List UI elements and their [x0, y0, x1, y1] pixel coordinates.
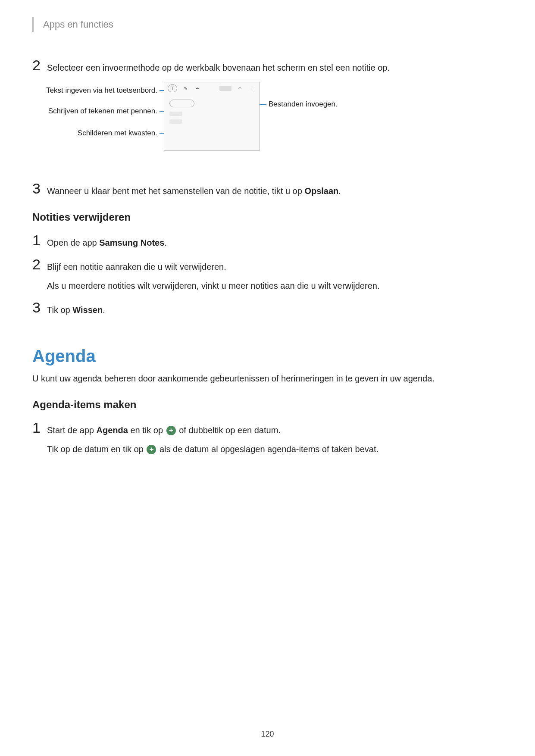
delete-step-3: 3 Tik op Wissen.: [32, 300, 503, 316]
page-header: Apps en functies: [32, 17, 503, 32]
bold-text: Opslaan: [304, 186, 338, 196]
bold-text: Agenda: [97, 425, 128, 435]
bold-text: Wissen: [72, 305, 103, 315]
app-mock: T ✎ ✒ 𝄐 ⋮: [164, 82, 260, 151]
text: Tik op de datum en tik op: [47, 444, 146, 454]
step-2: 2 Selecteer een invoermethode op de werk…: [32, 58, 503, 74]
step-body: Start de app Agenda en tik op + of dubbe…: [47, 420, 503, 456]
mock-text-line: [169, 112, 182, 116]
header-accent-bar: [32, 17, 34, 32]
label-brush: Schilderen met kwasten.: [41, 129, 157, 137]
text: Wanneer u klaar bent met het samenstelle…: [47, 186, 304, 196]
brush-icon: ✒: [194, 84, 201, 92]
page-number: 120: [0, 730, 535, 739]
step-3: 3 Wanneer u klaar bent met het samenstel…: [32, 181, 503, 197]
step-number: 2: [32, 58, 47, 72]
mock-toolbar: T ✎ ✒ 𝄐 ⋮: [164, 82, 259, 94]
text: Blijf een notitie aanraken die u wilt ve…: [47, 262, 226, 272]
text: Open de app: [47, 238, 99, 247]
delete-step-1: 1 Open de app Samsung Notes.: [32, 233, 503, 249]
attach-icon: 𝄐: [236, 84, 244, 92]
label-attach: Bestanden invoegen.: [269, 100, 338, 109]
text: .: [338, 186, 341, 196]
keyboard-icon: T: [168, 84, 177, 92]
delete-step-2: 2 Blijf een notitie aanraken die u wilt …: [32, 257, 503, 292]
text: en tik op: [128, 425, 166, 435]
text: Als u meerdere notities wilt verwijderen…: [47, 279, 503, 292]
text: Tik op: [47, 305, 72, 315]
more-icon: ⋮: [248, 84, 256, 92]
blurred-element: [219, 86, 232, 91]
plus-icon: +: [147, 445, 156, 454]
pen-icon: ✎: [181, 84, 189, 92]
text: Start de app: [47, 425, 97, 435]
step-body: Selecteer een invoermethode op de werkba…: [47, 58, 503, 74]
plus-icon: +: [166, 426, 176, 435]
mock-text-line: [169, 119, 182, 124]
text: .: [103, 305, 105, 315]
step-number: 3: [32, 181, 47, 196]
agenda-intro: U kunt uw agenda beheren door aankomende…: [32, 372, 503, 385]
step-body: Wanneer u klaar bent met het samenstelle…: [47, 181, 503, 197]
subheading-agenda-create: Agenda-items maken: [32, 399, 503, 411]
step-number: 3: [32, 300, 47, 315]
header-text: Apps en functies: [43, 19, 113, 30]
step-number: 1: [32, 233, 47, 247]
text: .: [164, 238, 167, 247]
text: als de datum al opgeslagen agenda-items …: [157, 444, 379, 454]
label-pen: Schrijven of tekenen met pennen.: [41, 107, 157, 116]
text: of dubbeltik op een datum.: [177, 425, 281, 435]
mock-title-field: [169, 100, 194, 107]
step-body: Tik op Wissen.: [47, 300, 503, 316]
diagram: Tekst ingeven via het toetsenbord. Schri…: [41, 82, 503, 168]
text-line: Tik op de datum en tik op + als de datum…: [47, 443, 503, 456]
step-body: Blijf een notitie aanraken die u wilt ve…: [47, 257, 503, 292]
step-number: 2: [32, 257, 47, 272]
step-body: Open de app Samsung Notes.: [47, 233, 503, 249]
bold-text: Samsung Notes: [99, 238, 164, 247]
label-keyboard: Tekst ingeven via het toetsenbord.: [41, 86, 157, 95]
subheading-delete-notes: Notities verwijderen: [32, 211, 503, 223]
agenda-step-1: 1 Start de app Agenda en tik op + of dub…: [32, 420, 503, 456]
section-title-agenda: Agenda: [32, 347, 503, 366]
step-number: 1: [32, 420, 47, 435]
